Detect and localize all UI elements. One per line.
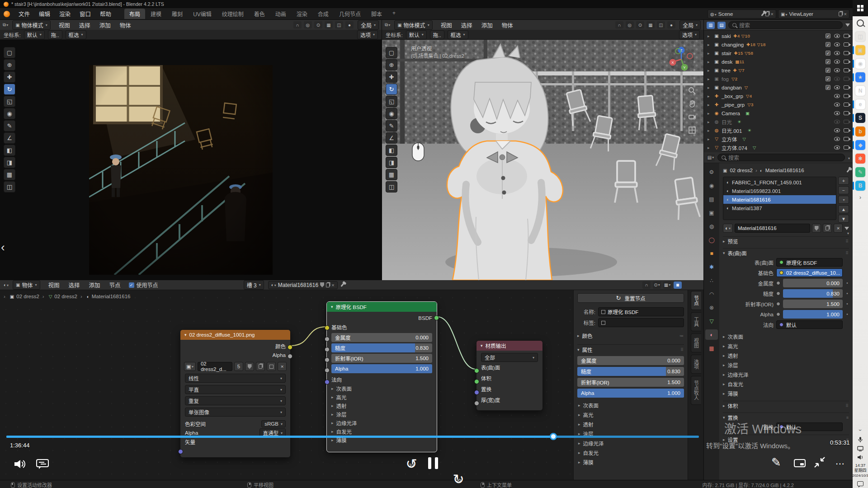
forward-30-button[interactable]: ↻30 [451, 472, 466, 487]
pin-icon[interactable] [340, 283, 344, 287]
outliner-row[interactable]: ▸ ▣ changjing ✚18 ▽18 ✓ [704, 40, 853, 49]
material-subpanel[interactable]: 透射 [723, 351, 849, 360]
taskbar-app[interactable]: S [853, 111, 868, 125]
bsdf-subpanel[interactable]: 次表面 [327, 384, 437, 393]
disable-render-icon[interactable] [844, 77, 849, 81]
material-slider[interactable]: 0.000 [783, 279, 843, 287]
menu-item[interactable]: 文件 [14, 9, 34, 19]
outliner-row[interactable]: ▸ ◉ Camera ▣ ✓ [704, 109, 853, 117]
unlink-icon[interactable]: × [834, 224, 843, 233]
workspace-tab[interactable]: 几何节点 [334, 9, 366, 19]
add-cube-tool[interactable]: ◧ [4, 145, 15, 156]
workspace-tab[interactable]: 雕刻 [167, 9, 188, 19]
taskbar-app[interactable]: ◆ [853, 138, 868, 152]
colorspace-dropdown[interactable]: sRGB [261, 420, 286, 427]
object-name[interactable]: stair [722, 51, 731, 56]
image-node-dropdown[interactable]: 单张图像 [185, 408, 286, 417]
menu-item[interactable]: 帮助 [96, 9, 115, 19]
tab-material[interactable]: ◐ [705, 329, 718, 340]
surface-input-socket[interactable] [474, 368, 479, 373]
mode-dropdown[interactable]: ▣物体模式 [12, 20, 50, 30]
thickness-input-socket[interactable] [474, 401, 479, 406]
filter-icon[interactable] [844, 227, 849, 230]
camera-view-icon[interactable] [688, 113, 696, 121]
node-header[interactable]: 材质输出 [476, 341, 542, 351]
select-box-dropdown[interactable]: 框选 [448, 30, 468, 39]
shader-menu-item[interactable]: 选择 [65, 280, 84, 290]
material-slider[interactable]: 1.500 [783, 300, 843, 308]
start-button[interactable] [853, 0, 868, 16]
microphone-icon[interactable] [858, 436, 863, 443]
material-subpanel[interactable]: 涂层 [723, 360, 849, 370]
exit-fullscreen-button[interactable] [814, 456, 826, 468]
shader-menu-item[interactable]: 视图 [44, 280, 64, 290]
taskbar-app[interactable]: ◉ [853, 57, 868, 70]
camera-tool[interactable]: ◫ [386, 181, 397, 192]
close-icon[interactable]: × [844, 11, 847, 17]
sidebar-tab[interactable]: 节点 [691, 291, 701, 310]
bsdf-slider[interactable]: 折射率(IOR)1.500 [331, 354, 432, 363]
image-node-dropdown[interactable]: 线性 [185, 374, 286, 383]
object-name[interactable]: _box_grp [722, 94, 743, 99]
material-browse-icon[interactable]: ◐ [723, 224, 733, 233]
taskbar-app[interactable]: N [853, 84, 868, 98]
ior-socket[interactable] [325, 357, 330, 362]
material-slot[interactable]: ◐Material1387 [723, 204, 836, 212]
hide-eye-icon[interactable] [834, 77, 840, 81]
display-icon[interactable] [857, 446, 863, 451]
sidebar-tab[interactable]: 工具 [691, 312, 701, 331]
displacement-input-socket[interactable] [474, 390, 479, 395]
overlays-icon[interactable]: ▦ [663, 282, 671, 289]
node-label-field[interactable] [598, 318, 684, 327]
filter-icon[interactable] [845, 23, 850, 27]
object-name[interactable]: 立方体 [722, 136, 737, 143]
cursor-tool[interactable]: ⊕ [4, 59, 15, 70]
tab-physics[interactable]: ◠ [705, 289, 718, 299]
add-cube-tool[interactable]: ◧ [386, 145, 397, 156]
outliner-row[interactable]: ▸ ▣ stair ✚15 ▽58 ✓ [704, 49, 853, 57]
object-name[interactable]: dangban [722, 85, 742, 90]
outliner-row[interactable]: ▸ ◍ 日光 ☀ ✓ [704, 117, 853, 126]
outliner-row[interactable]: ▸ ✚ _pipe_grp ▽3 ✓ [704, 100, 853, 109]
extrude-tool[interactable]: ◨ [386, 157, 397, 168]
material-subpanel[interactable]: 自发光 [723, 379, 849, 389]
base-color-field[interactable]: 02 dress2_diffuse_10... [776, 268, 843, 277]
breadcrumb-item[interactable]: ▣02 dress2 [4, 294, 39, 299]
volume-section[interactable]: 体积⠿ [723, 401, 849, 410]
sidebar-subpanel[interactable]: 高光 [577, 410, 684, 419]
taskbar-clock[interactable]: 14:37 星期四 2024/10/3 [852, 463, 868, 478]
taskbar-app[interactable]: B [853, 179, 868, 192]
alpha-output-socket[interactable] [288, 354, 292, 359]
tab-texture[interactable]: ▩ [705, 343, 718, 353]
breadcrumb-object[interactable]: 02 dress2 [730, 168, 753, 173]
exclude-checkbox[interactable]: ✓ [826, 33, 830, 38]
disable-render-icon[interactable] [844, 68, 849, 72]
pin-icon[interactable] [761, 12, 764, 16]
mode-dropdown[interactable]: ▣物体模式 [394, 20, 432, 30]
image-browse-icon[interactable]: ▣ [184, 362, 196, 371]
shading-solid-icon[interactable]: ● [667, 21, 675, 28]
add-slot-button[interactable]: + [838, 177, 849, 185]
workspace-tab[interactable]: 合成 [313, 9, 334, 19]
unlink-icon[interactable]: × [278, 362, 287, 371]
pack-icon[interactable] [267, 362, 276, 371]
fake-user-icon[interactable] [320, 282, 324, 287]
disable-render-icon[interactable] [844, 94, 849, 98]
outliner-row[interactable]: ▸ ▣ desk ▦11 ✓ [704, 57, 853, 66]
node-name-field[interactable]: 原理化 BSDF [598, 307, 684, 316]
node-header[interactable]: 原理化 BSDF [327, 302, 437, 312]
sidebar-tab[interactable]: 视图 [691, 333, 701, 352]
tweak-select-tool[interactable]: ▢ [4, 47, 15, 58]
exclude-checkbox[interactable]: ✓ [826, 51, 830, 56]
node-header[interactable]: 02 dress2_diffuse_1001.png [180, 330, 290, 340]
expand-arrow-icon[interactable]: ▸ [708, 60, 712, 64]
outliner-row[interactable]: ▸ ▣ tree ✚ ▽7 ✓ [704, 66, 853, 75]
tray-expand-icon[interactable]: › [857, 429, 863, 431]
material-subpanel[interactable]: 薄膜 [723, 389, 849, 398]
close-icon[interactable]: × [771, 11, 774, 17]
fake-user-icon[interactable] [812, 224, 821, 233]
video-seekbar[interactable] [6, 436, 699, 438]
viewport-menu-item[interactable]: 物体 [498, 20, 517, 30]
coord-dropdown[interactable]: 默认 [24, 30, 45, 39]
preview-toggle-icon[interactable]: ◙ [674, 282, 682, 289]
